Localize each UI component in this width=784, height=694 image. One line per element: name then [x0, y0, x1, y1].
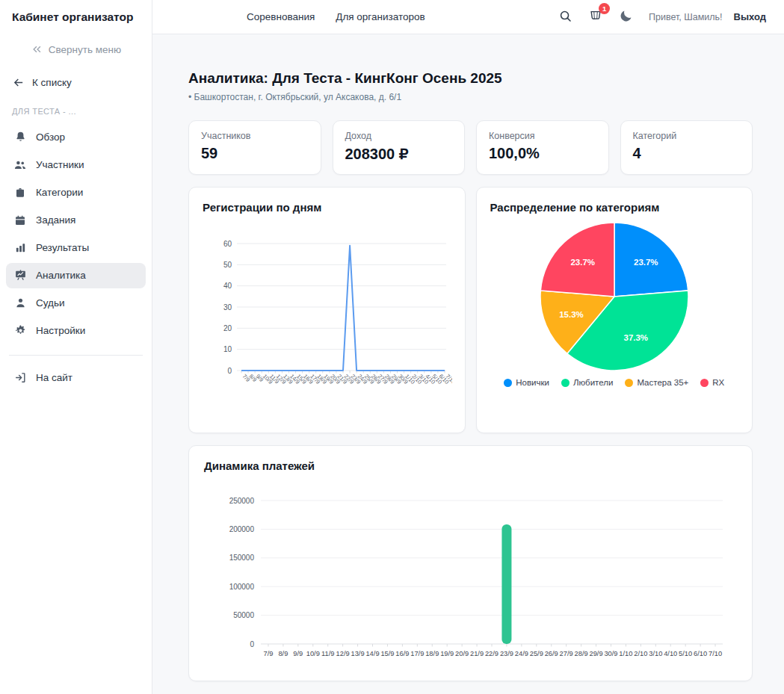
cart-button[interactable]: 1	[588, 8, 603, 25]
top-nav: Соревнования Для организаторов	[247, 11, 425, 22]
cart-badge: 1	[599, 3, 610, 14]
svg-text:37.3%: 37.3%	[623, 333, 648, 342]
event-address: • Башкортостан, г. Октябрьский, ул Аксак…	[188, 92, 753, 102]
users-icon	[13, 158, 27, 172]
legend-item[interactable]: Любители	[561, 378, 613, 387]
legend-dot	[561, 379, 570, 387]
svg-text:28/9: 28/9	[575, 650, 588, 657]
svg-text:3/10: 3/10	[649, 650, 662, 657]
exit-icon	[13, 371, 27, 384]
legend-item[interactable]: Новички	[504, 378, 549, 387]
payments-chart-title: Динамика платежей	[204, 459, 737, 472]
stat-label: Участников	[201, 131, 309, 141]
sidebar-item-label: Аналитика	[36, 270, 86, 281]
sidebar-nav: ОбзорУчастникиКатегорииЗаданияРезультаты…	[0, 123, 152, 344]
legend-dot	[700, 379, 709, 387]
svg-text:50000: 50000	[233, 611, 254, 619]
charts-row: Регистрации по дням 01020304050607/98/99…	[188, 187, 753, 433]
svg-text:1/10: 1/10	[619, 650, 632, 657]
sidebar-item-overview[interactable]: Обзор	[6, 125, 146, 150]
topbar-right: 1 Привет, Шамиль! Выход	[558, 8, 766, 25]
legend-item[interactable]: Мастера 35+	[625, 378, 688, 387]
dark-mode-toggle[interactable]	[619, 9, 633, 25]
svg-text:14/9: 14/9	[365, 650, 379, 657]
user-greeting: Привет, Шамиль!	[649, 12, 723, 22]
sidebar-item-results[interactable]: Результаты	[6, 235, 146, 261]
svg-text:2/10: 2/10	[634, 650, 647, 657]
stat-value: 100,0%	[489, 145, 596, 162]
sidebar-section-label: ДЛЯ ТЕСТА - ...	[0, 89, 152, 120]
main-area: Соревнования Для организаторов 1 Привет,…	[152, 0, 784, 694]
stat-label: Доход	[345, 131, 453, 141]
legend-dot	[625, 379, 633, 387]
sidebar-item-categories[interactable]: Категории	[6, 180, 146, 205]
stat-card-conversion: Конверсия100,0%	[476, 120, 609, 175]
nav-for-organizers[interactable]: Для организаторов	[336, 11, 425, 22]
svg-text:100000: 100000	[229, 583, 255, 591]
svg-text:25/9: 25/9	[530, 650, 543, 657]
svg-text:7/9: 7/9	[263, 650, 273, 657]
bell-icon	[13, 131, 27, 144]
payments-bar-chart: 0500001000001500002000002500007/98/99/91…	[204, 483, 737, 672]
collapse-menu-label: Свернуть меню	[49, 44, 121, 55]
legend-label: Новички	[516, 378, 549, 387]
stat-card-income: Доход208300 ₽	[333, 120, 466, 175]
registrations-chart-card: Регистрации по дням 01020304050607/98/99…	[188, 187, 466, 433]
search-icon	[558, 9, 572, 25]
svg-text:23/9: 23/9	[500, 650, 513, 657]
svg-text:150000: 150000	[229, 554, 255, 562]
search-button[interactable]	[558, 9, 572, 25]
svg-text:15/9: 15/9	[380, 650, 394, 657]
topbar: Соревнования Для организаторов 1 Привет,…	[152, 0, 784, 34]
svg-text:20: 20	[223, 324, 232, 332]
double-chevron-left-icon	[31, 43, 43, 55]
registrations-chart-title: Регистрации по дням	[203, 201, 451, 214]
logout-link[interactable]: Выход	[734, 11, 766, 22]
stat-value: 59	[201, 145, 309, 162]
stat-label: Категорий	[633, 131, 741, 141]
legend-dot	[504, 379, 512, 387]
svg-text:10: 10	[223, 345, 232, 353]
stats-row: Участников59Доход208300 ₽Конверсия100,0%…	[188, 120, 753, 175]
stat-card-participants: Участников59	[188, 120, 321, 175]
sidebar-item-participants[interactable]: Участники	[6, 152, 146, 178]
svg-text:15.3%: 15.3%	[559, 310, 584, 319]
bar-chart-icon	[13, 241, 27, 255]
sidebar-item-to-site[interactable]: На сайт	[6, 365, 146, 390]
payments-chart-card: Динамика платежей 0500001000001500002000…	[188, 445, 753, 681]
sidebar-item-label: Категории	[36, 187, 83, 198]
presentation-icon	[13, 269, 27, 282]
calendar-icon	[13, 214, 27, 227]
legend-item[interactable]: RX	[700, 378, 724, 387]
content: Аналитика: Для Теста - КингКонг Осень 20…	[152, 34, 784, 694]
svg-text:29/9: 29/9	[589, 650, 602, 657]
sidebar-item-label: Настройки	[36, 325, 85, 336]
back-to-list-link[interactable]: К списку	[0, 76, 152, 89]
svg-text:16/9: 16/9	[395, 650, 409, 657]
sidebar-item-label: Судьи	[36, 297, 65, 309]
arrow-left-icon	[12, 76, 25, 89]
svg-text:6/10: 6/10	[694, 650, 707, 657]
app-title: Кабинет организатор	[0, 0, 152, 28]
svg-text:0: 0	[250, 640, 254, 648]
sidebar-item-judges[interactable]: Судьи	[6, 291, 146, 316]
svg-text:23.7%: 23.7%	[634, 258, 658, 267]
stat-card-categories: Категорий4	[620, 120, 753, 175]
sidebar-item-settings[interactable]: Настройки	[6, 318, 146, 344]
registrations-line-chart: 01020304050607/98/99/910/911/912/913/914…	[203, 224, 451, 411]
svg-text:13/9: 13/9	[351, 650, 365, 657]
svg-text:22/9: 22/9	[485, 650, 499, 657]
categories-chart-card: Распределение по категориям 23.7%37.3%15…	[476, 187, 753, 433]
sidebar-item-tasks[interactable]: Задания	[6, 208, 146, 233]
nav-competitions[interactable]: Соревнования	[247, 11, 315, 22]
sidebar-item-analytics[interactable]: Аналитика	[6, 263, 146, 288]
svg-text:12/9: 12/9	[336, 650, 350, 657]
svg-text:19/9: 19/9	[440, 650, 454, 657]
briefcase-icon	[13, 186, 27, 199]
stat-label: Конверсия	[489, 131, 596, 141]
collapse-menu-button[interactable]: Свернуть меню	[0, 43, 152, 55]
svg-text:10/9: 10/9	[306, 650, 320, 657]
legend-label: Любители	[573, 378, 613, 387]
svg-text:21/9: 21/9	[470, 650, 484, 657]
sidebar-divider	[9, 355, 143, 356]
